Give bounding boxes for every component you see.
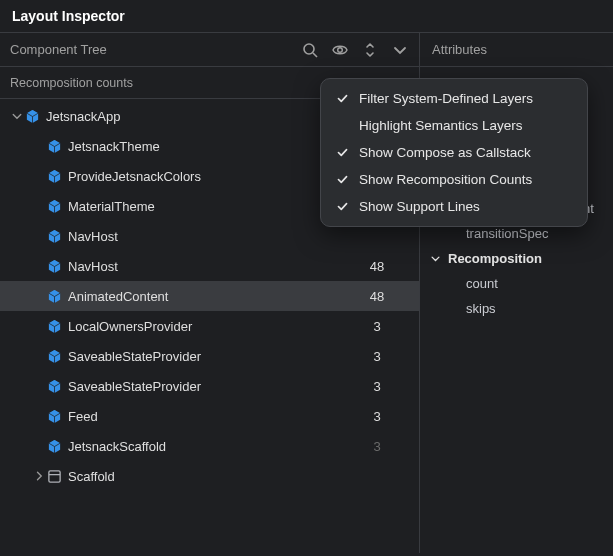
recomposition-count: 3	[347, 319, 407, 334]
layout-icon	[46, 468, 62, 484]
compose-icon	[46, 168, 62, 184]
popup-item[interactable]: Show Compose as Callstack	[321, 139, 587, 166]
recomposition-count: 3	[347, 379, 407, 394]
tree-node-label: NavHost	[68, 229, 347, 244]
check-icon	[335, 173, 349, 186]
compose-icon	[24, 108, 40, 124]
popup-item[interactable]: Show Support Lines	[321, 193, 587, 220]
tree-row[interactable]: JetsnackScaffold3	[0, 431, 419, 461]
attr-name: count	[466, 276, 498, 291]
tree-node-label: AnimatedContent	[68, 289, 347, 304]
popup-item-label: Show Recomposition Counts	[359, 172, 532, 187]
tree-row[interactable]: AnimatedContent48	[0, 281, 419, 311]
search-icon[interactable]	[301, 41, 319, 59]
tree-node-label: SaveableStateProvider	[68, 349, 347, 364]
compose-icon	[46, 198, 62, 214]
compose-icon	[46, 318, 62, 334]
chevron-down-icon	[430, 253, 442, 264]
tree-row[interactable]: NavHost48	[0, 251, 419, 281]
popup-item-label: Highlight Semantics Layers	[359, 118, 523, 133]
popup-item-label: Show Compose as Callstack	[359, 145, 531, 160]
tree-node-label: Feed	[68, 409, 347, 424]
compose-icon	[46, 408, 62, 424]
tree-node-label: JetsnackTheme	[68, 139, 347, 154]
tree-node-label: JetsnackScaffold	[68, 439, 347, 454]
check-icon	[335, 200, 349, 213]
tree-row[interactable]: Feed3	[0, 401, 419, 431]
view-options-popup: Filter System-Defined LayersHighlight Se…	[320, 78, 588, 227]
recomposition-count: 3	[347, 439, 407, 454]
component-tree-title: Component Tree	[10, 42, 107, 57]
popup-item[interactable]: Highlight Semantics Layers	[321, 112, 587, 139]
attributes-title: Attributes	[432, 42, 487, 57]
tree-row[interactable]: LocalOwnersProvider3	[0, 311, 419, 341]
recomposition-count: 48	[347, 259, 407, 274]
compose-icon	[46, 228, 62, 244]
compose-icon	[46, 138, 62, 154]
recomposition-count: 3	[347, 409, 407, 424]
attr-group-label: Recomposition	[448, 251, 542, 266]
tree-node-label: SaveableStateProvider	[68, 379, 347, 394]
tree-node-label: Scaffold	[68, 469, 347, 484]
attr-group-recomposition[interactable]: Recomposition	[420, 246, 613, 271]
attr-row[interactable]: count	[420, 271, 613, 296]
title-text: Layout Inspector	[12, 8, 125, 24]
eye-icon[interactable]	[331, 41, 349, 59]
recomposition-count: 48	[347, 289, 407, 304]
tree-node-label: ProvideJetsnackColors	[68, 169, 347, 184]
popup-item[interactable]: Filter System-Defined Layers	[321, 85, 587, 112]
title-bar: Layout Inspector	[0, 0, 613, 33]
recomposition-count: 3	[347, 349, 407, 364]
tree-row[interactable]: SaveableStateProvider3	[0, 341, 419, 371]
compose-icon	[46, 378, 62, 394]
tree-node-label: NavHost	[68, 259, 347, 274]
attr-name: skips	[466, 301, 496, 316]
chevron-down-icon[interactable]	[10, 110, 24, 122]
popup-item-label: Filter System-Defined Layers	[359, 91, 533, 106]
tree-node-label: LocalOwnersProvider	[68, 319, 347, 334]
compose-icon	[46, 288, 62, 304]
tree-row[interactable]: SaveableStateProvider3	[0, 371, 419, 401]
chevron-down-icon[interactable]	[391, 41, 409, 59]
attr-row[interactable]: skips	[420, 296, 613, 321]
tree-node-label: JetsnackApp	[46, 109, 347, 124]
expand-collapse-icon[interactable]	[361, 41, 379, 59]
chevron-right-icon[interactable]	[32, 470, 46, 482]
popup-item-label: Show Support Lines	[359, 199, 480, 214]
check-icon	[335, 92, 349, 105]
check-icon	[335, 146, 349, 159]
compose-icon	[46, 438, 62, 454]
popup-item[interactable]: Show Recomposition Counts	[321, 166, 587, 193]
attr-name: transitionSpec	[466, 226, 548, 241]
compose-icon	[46, 258, 62, 274]
compose-icon	[46, 348, 62, 364]
tree-row[interactable]: Scaffold	[0, 461, 419, 491]
recomposition-counts-label: Recomposition counts	[10, 76, 133, 90]
tree-node-label: MaterialTheme	[68, 199, 347, 214]
